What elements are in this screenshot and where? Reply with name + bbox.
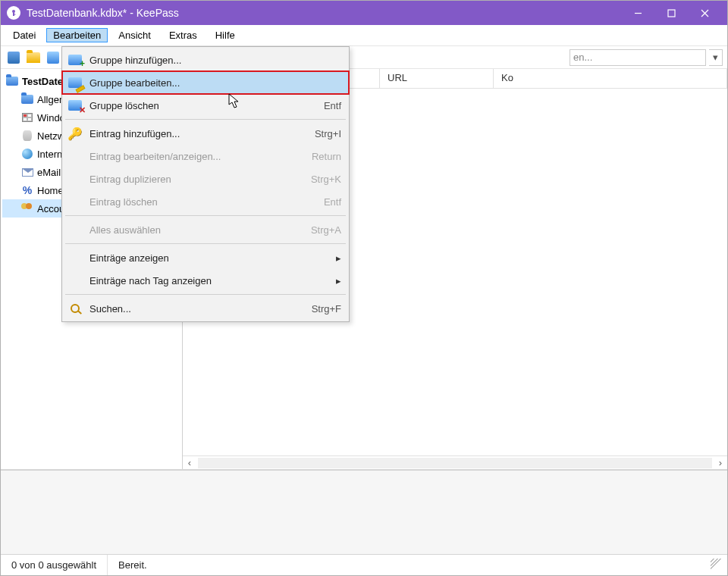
search-icon <box>67 300 83 317</box>
menu-search[interactable]: Suchen... Strg+F <box>62 297 349 320</box>
cursor-icon <box>228 93 240 112</box>
menu-file[interactable]: Datei <box>5 27 43 44</box>
menu-bar: Datei Bearbeiten Ansicht Extras Hilfe <box>1 25 727 46</box>
menu-item-accel: Return <box>312 151 341 162</box>
detail-pane <box>1 469 727 554</box>
col-comment[interactable]: Ko <box>494 69 727 88</box>
menu-add-entry[interactable]: 🔑 Eintrag hinzufügen... Strg+I <box>62 122 349 145</box>
new-db-button[interactable] <box>5 49 22 66</box>
menu-delete-group[interactable]: Gruppe löschen Entf <box>62 94 349 117</box>
disk-icon <box>8 52 20 64</box>
status-ready: Bereit. <box>108 555 158 575</box>
delete-group-icon <box>67 97 83 114</box>
submenu-arrow-icon: ▸ <box>336 275 341 286</box>
menu-separator <box>65 215 346 216</box>
edit-group-icon <box>67 74 83 91</box>
scroll-left-icon[interactable]: ‹ <box>183 457 196 468</box>
folder-icon <box>27 52 40 63</box>
scroll-right-icon[interactable]: › <box>714 457 727 468</box>
menu-edit[interactable]: Bearbeiten <box>46 28 108 42</box>
users-icon <box>20 202 34 215</box>
menu-item-label: Suchen... <box>89 303 300 315</box>
key-icon: 🔑 <box>67 125 83 142</box>
menu-item-accel: Strg+A <box>311 224 341 236</box>
status-bar: 0 von 0 ausgewählt Bereit. <box>1 554 727 575</box>
menu-item-label: Alles auswählen <box>89 224 299 236</box>
menu-show-entries[interactable]: Einträge anzeigen ▸ <box>62 246 349 269</box>
menu-item-label: Eintrag löschen <box>89 196 312 208</box>
tree-item-label: eMail <box>37 167 61 178</box>
duplicate-entry-icon <box>67 171 83 187</box>
delete-entry-icon <box>67 193 83 210</box>
folder-icon <box>5 74 19 88</box>
mail-icon <box>20 165 34 179</box>
database-icon <box>20 129 34 142</box>
menu-add-group[interactable]: Gruppe hinzufügen... <box>62 49 349 71</box>
svg-rect-2 <box>13 14 16 15</box>
windows-icon <box>20 111 34 124</box>
status-selection: 0 von 0 ausgewählt <box>1 555 108 575</box>
resize-grip-icon[interactable] <box>711 559 724 572</box>
menu-item-label: Eintrag hinzufügen... <box>89 128 303 139</box>
save-button[interactable] <box>45 49 61 66</box>
menu-del-entry: Eintrag löschen Entf <box>62 190 349 213</box>
folder-icon <box>20 92 34 106</box>
menu-item-accel: Entf <box>324 196 341 208</box>
horizontal-scrollbar[interactable]: ‹ › <box>183 455 727 469</box>
menu-item-label: Eintrag bearbeiten/anzeigen... <box>89 151 300 162</box>
menu-item-accel: Strg+K <box>311 174 341 185</box>
add-group-icon <box>67 52 83 68</box>
menu-edit-entry: Eintrag bearbeiten/anzeigen... Return <box>62 145 349 167</box>
menu-item-label: Gruppe bearbeiten... <box>89 77 341 89</box>
save-icon <box>47 52 59 64</box>
app-icon <box>7 6 20 20</box>
menu-dup-entry: Eintrag duplizieren Strg+K <box>62 167 349 190</box>
maximize-button[interactable] <box>654 1 688 25</box>
svg-point-0 <box>12 10 15 13</box>
globe-icon <box>20 147 34 161</box>
menu-item-label: Einträge anzeigen <box>89 252 327 264</box>
menu-item-label: Einträge nach Tag anzeigen <box>89 275 327 286</box>
minimize-button[interactable] <box>621 1 654 25</box>
close-button[interactable] <box>688 1 721 25</box>
menu-edit-group[interactable]: Gruppe bearbeiten... <box>62 71 349 94</box>
menu-extras[interactable]: Extras <box>162 27 205 44</box>
svg-rect-4 <box>668 10 675 17</box>
edit-entry-icon <box>67 148 83 164</box>
menu-help[interactable]: Hilfe <box>208 27 243 44</box>
menu-item-label: Gruppe löschen <box>89 100 312 111</box>
search-placeholder: en... <box>573 52 592 63</box>
window-title: TestDatenbank.kdbx* - KeePass <box>27 7 621 19</box>
menu-item-accel: Strg+F <box>312 303 341 315</box>
menu-item-label: Eintrag duplizieren <box>89 174 299 185</box>
title-bar: TestDatenbank.kdbx* - KeePass <box>1 1 727 25</box>
select-all-icon <box>67 221 83 238</box>
menu-show-by-tag[interactable]: Einträge nach Tag anzeigen ▸ <box>62 269 349 292</box>
menu-select-all: Alles auswählen Strg+A <box>62 218 349 241</box>
search-input[interactable]: en... <box>570 49 706 66</box>
blank-icon <box>67 272 83 289</box>
search-options-dropdown[interactable]: ▾ <box>709 49 723 66</box>
submenu-arrow-icon: ▸ <box>336 252 341 264</box>
menu-item-accel: Entf <box>324 100 341 111</box>
col-url[interactable]: URL <box>380 69 494 88</box>
menu-separator <box>65 243 346 244</box>
scroll-track[interactable] <box>198 458 712 468</box>
open-button[interactable] <box>25 49 42 66</box>
percent-icon: % <box>20 183 34 197</box>
menu-view[interactable]: Ansicht <box>111 27 158 44</box>
menu-separator <box>65 294 346 295</box>
menu-separator <box>65 119 346 120</box>
menu-item-label: Gruppe hinzufügen... <box>89 55 341 66</box>
edit-menu-dropdown: Gruppe hinzufügen... Gruppe bearbeiten..… <box>61 46 350 322</box>
menu-item-accel: Strg+I <box>315 128 341 139</box>
blank-icon <box>67 249 83 266</box>
